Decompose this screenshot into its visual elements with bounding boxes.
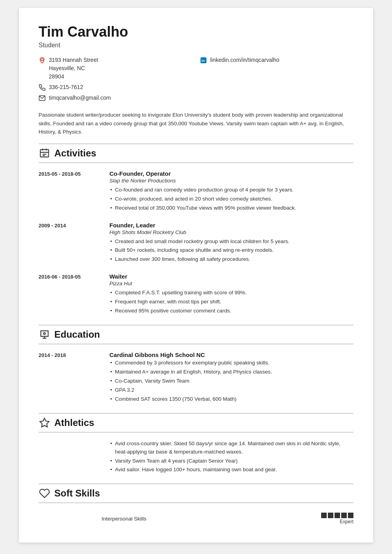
education-school: Cardinal Gibbons High School NC (109, 351, 353, 358)
email-row: timqcarvalho@gmail.com (39, 94, 192, 102)
address-row: 3193 Hannah Street Hayesville, NC 28904 (39, 56, 192, 81)
soft-skills-title: Soft Skills (54, 488, 100, 499)
athletics-item: Avid cross-country skier. Skied 50 days/… (39, 440, 353, 475)
education-icon (39, 329, 50, 340)
bullet-item: Combined SAT scores 1350 (750 Verbal, 60… (109, 395, 353, 403)
education-title: Education (54, 329, 100, 340)
bullet-item: Avid sailor. Have logged 100+ hours, mai… (109, 466, 353, 474)
activity-date: 2009 - 2014 (39, 222, 102, 265)
bullet-item: Received 95% positive customer comment c… (109, 307, 353, 315)
activity-date: 2015-05 - 2018-05 (39, 170, 102, 213)
phone-row: 336-215-7612 (39, 83, 192, 91)
activities-title: Activities (54, 148, 96, 159)
bullet-item: Launched over 300 times, following all s… (109, 255, 353, 264)
activity-role: Founder, Leader (109, 222, 353, 229)
activities-icon (39, 147, 50, 159)
candidate-name: Tim Carvalho (39, 24, 353, 40)
bullet-item: Co-Captain, Varsity Swim Team (109, 377, 353, 385)
activity-date: 2016-06 - 2018-05 (39, 273, 102, 316)
athletics-title: Athletics (54, 417, 94, 428)
soft-skills-section-header: Soft Skills (39, 483, 353, 503)
skills-list: Interpersonal SkillsExpert (39, 510, 353, 527)
activities-list: 2015-05 - 2018-05Co-Founder, OperatorSla… (39, 170, 353, 316)
bullet-item: Frequent high earner, with most tips per… (109, 298, 353, 306)
activity-org: Pizza Hut (109, 281, 353, 286)
address-text: 3193 Hannah Street Hayesville, NC 28904 (49, 56, 98, 81)
activity-role: Waiter (109, 273, 353, 280)
athletics-icon (39, 417, 50, 429)
bullet-item: Co-wrote, produced, and acted in 20 shor… (109, 195, 353, 203)
education-section-header: Education (39, 325, 353, 344)
svg-point-7 (44, 333, 46, 335)
activity-item: 2015-05 - 2018-05Co-Founder, OperatorSla… (39, 170, 353, 213)
bullet-item: Created and led small model rocketry gro… (109, 238, 353, 246)
summary-text: Passionate student writer/producer seeki… (39, 111, 353, 136)
bullet-item: Varsity Swim Team all 4 years (Captain S… (109, 457, 353, 465)
activity-item: 2009 - 2014Founder, LeaderHigh Shots Mod… (39, 222, 353, 265)
activity-item: 2016-06 - 2018-05WaiterPizza HutComplete… (39, 273, 353, 316)
activity-org: High Shots Model Rocketry Club (109, 229, 353, 235)
bullet-item: GPA 3.2 (109, 386, 353, 394)
contact-section: 3193 Hannah Street Hayesville, NC 28904 … (39, 56, 353, 102)
linkedin-row: in linkedin.com/in/timqcarvalho (200, 56, 353, 64)
skill-name: Interpersonal Skills (39, 516, 146, 522)
skill-level: Expert (340, 519, 353, 524)
skill-item: Interpersonal SkillsExpert (39, 510, 353, 527)
activities-section-header: Activities (39, 143, 353, 163)
bullet-item: Received total of 350,000 YouTube views … (109, 204, 353, 212)
linkedin-icon: in (200, 57, 207, 64)
soft-skills-icon (39, 487, 50, 499)
activity-org: Slap the Norker Productions (109, 178, 353, 184)
svg-point-0 (41, 59, 43, 61)
bullet-item: Commended by 3 professors for exemplary … (109, 359, 353, 367)
linkedin-text: linkedin.com/in/timqcarvalho (210, 56, 279, 64)
bullet-item: Co-founded and ran comedy video producti… (109, 186, 353, 194)
bullet-item: Avid cross-country skier. Skied 50 days/… (109, 440, 353, 456)
email-icon (39, 95, 46, 102)
email-text: timqcarvalho@gmail.com (49, 94, 111, 102)
phone-text: 336-215-7612 (49, 83, 83, 91)
athletics-list: Avid cross-country skier. Skied 50 days/… (39, 440, 353, 475)
skill-dots (321, 513, 353, 518)
location-icon (39, 57, 46, 64)
education-item: 2014 - 2018Cardinal Gibbons High School … (39, 351, 353, 404)
bullet-item: Maintained A+ average in all English, Hi… (109, 368, 353, 376)
bullet-item: Completed F.A.S.T. upselling training wi… (109, 289, 353, 297)
education-date: 2014 - 2018 (39, 351, 102, 404)
education-list: 2014 - 2018Cardinal Gibbons High School … (39, 351, 353, 404)
athletics-section-header: Athletics (39, 413, 353, 433)
phone-icon (39, 84, 46, 91)
activity-role: Co-Founder, Operator (109, 170, 353, 177)
svg-marker-8 (40, 418, 49, 427)
svg-text:in: in (202, 58, 205, 63)
bullet-item: Built 50+ rockets, including space shutt… (109, 246, 353, 255)
resume-container: Tim Carvalho Student 3193 Hannah Street … (19, 8, 373, 543)
candidate-title: Student (39, 42, 353, 49)
